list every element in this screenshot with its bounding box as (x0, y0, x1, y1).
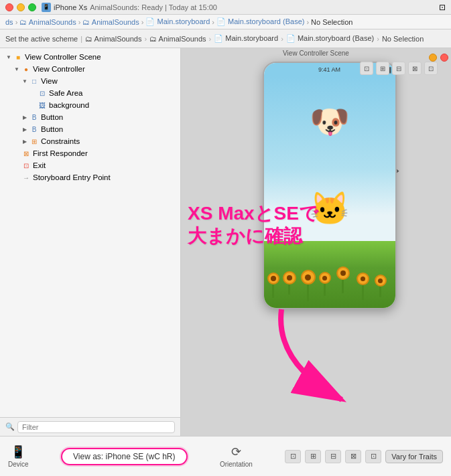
breadcrumb-no-selection: No Selection (311, 18, 352, 26)
tree-exit[interactable]: ▶ ⊡ Exit (0, 159, 180, 171)
scheme-name: iPhone Xs (54, 3, 87, 11)
fr-icon: ⊠ (21, 149, 31, 158)
toolbar-sep3: › (281, 35, 283, 43)
sunflower-head-2 (283, 271, 296, 285)
tree-storyboard-entry[interactable]: ▶ → Storyboard Entry Point (0, 171, 180, 183)
vary-for-traits-button[interactable]: Vary for Traits (385, 450, 443, 463)
storyboard-label: 📄 Main.storyboard (214, 34, 278, 43)
breadcrumb-animalsounds1[interactable]: 🗂 AnimalSounds (19, 18, 76, 26)
title-right-controls: ⊡ (439, 3, 446, 12)
no-selection-label: No Selection (382, 35, 424, 43)
canvas-ctrl-4[interactable]: ⊠ (345, 450, 361, 463)
sunflower-stem-6 (362, 285, 364, 300)
tree-constraints[interactable]: ▶ ⊞ Constraints (0, 135, 180, 147)
background-label: background (49, 101, 89, 109)
sunflower-stem-2 (288, 285, 290, 295)
canvas-btn-red[interactable] (440, 54, 448, 62)
iphone-mockup: 9:41 AM ▓ 🐶 🐱 (263, 62, 397, 309)
tree-safe-area[interactable]: ▶ ⊡ Safe Area (0, 87, 180, 99)
orientation-selector: ⟳ Orientation (220, 445, 253, 468)
expand-arrow: ▼ (5, 54, 12, 60)
scheme-selector[interactable]: Set the active scheme (5, 35, 78, 43)
scheme-icon: 📱 (42, 3, 51, 12)
orientation-label: Orientation (220, 461, 253, 468)
sunflower-center-7 (378, 279, 383, 283)
sunflower-head-5 (336, 266, 350, 280)
device-selector: 📱 Device (8, 445, 29, 468)
title-text: 📱 iPhone Xs AnimalSounds: Ready | Today … (42, 3, 217, 12)
breadcrumb-main-base[interactable]: 📄 Main.storyboard (Base) (216, 17, 304, 26)
sunflower-4 (319, 272, 331, 296)
sunflower-head-7 (375, 274, 387, 287)
close-button[interactable] (5, 3, 13, 11)
expand-arrow-view: ▼ (21, 78, 28, 84)
tree-view[interactable]: ▼ □ View (0, 75, 180, 87)
sunflower-center-6 (361, 276, 365, 281)
canvas-ctrl-2[interactable]: ⊞ (305, 450, 321, 463)
snap-btn[interactable]: ⊡ (424, 62, 438, 75)
entry-label: Storyboard Entry Point (33, 173, 111, 181)
toolbar-sep2: › (209, 35, 212, 43)
sunflower-head-4 (319, 272, 331, 284)
sunflower-7 (375, 274, 387, 297)
constraints-icon: ⊞ (29, 137, 39, 146)
sidebar-tree: ▼ ■ View Controller Scene ▼ ● View Contr… (0, 48, 180, 186)
sunflower-center-1 (271, 276, 276, 281)
tree-first-responder[interactable]: ▶ ⊠ First Responder (0, 147, 180, 159)
sunflower-stem-1 (272, 285, 274, 298)
btn2-icon: B (29, 125, 39, 134)
tree-button-1[interactable]: ▶ B Button (0, 111, 180, 123)
scene-label-text: View Controller Scene (25, 53, 101, 61)
zoom-out-btn[interactable]: ⊟ (392, 62, 405, 75)
filter-input[interactable] (17, 421, 175, 433)
canvas-ctrl-3[interactable]: ⊟ (325, 450, 341, 463)
zoom-fit-btn[interactable]: ⊡ (360, 62, 373, 75)
tree-background[interactable]: ▶ 🖼 background (0, 99, 180, 111)
tree-view-controller[interactable]: ▼ ● View Controller (0, 63, 180, 75)
exit-label: Exit (33, 161, 46, 169)
maximize-button[interactable] (28, 3, 36, 11)
sunflower-5 (336, 266, 350, 293)
sunflower-3 (301, 270, 316, 301)
constraints-arrow: ▶ (21, 138, 28, 145)
window-controls: ⊡ (439, 3, 446, 12)
sunflower-stem-3 (307, 285, 309, 301)
view-icon: □ (29, 76, 39, 86)
breadcrumb-animalsounds2[interactable]: 🗂 AnimalSounds (82, 18, 139, 26)
canvas-area: View Controller Scene → 9:41 AM ▓ 🐶 🐱 (181, 48, 451, 436)
minimize-button[interactable] (17, 3, 25, 11)
breadcrumb: ds › 🗂 AnimalSounds › 🗂 AnimalSounds › 📄… (0, 15, 451, 29)
status-time: 9:41 AM (318, 66, 340, 73)
tree-view-controller-scene[interactable]: ▼ ■ View Controller Scene (0, 51, 180, 63)
expand-arrow-vc: ▼ (13, 66, 20, 72)
storyboard-base-label: 📄 Main.storyboard (Base) (286, 34, 374, 43)
breadcrumb-ds[interactable]: ds (5, 18, 13, 26)
sunflower-6 (357, 272, 369, 300)
grid-btn[interactable]: ⊠ (408, 62, 422, 75)
bottom-bar: 📱 Device View as: iPhone SE (wC hR) ⟳ Or… (0, 436, 451, 476)
view-as-button[interactable]: View as: iPhone SE (wC hR) (61, 448, 188, 465)
canvas-btn-orange[interactable] (429, 54, 437, 62)
sunflower-head-3 (301, 270, 316, 285)
sunflower-2 (283, 271, 296, 295)
btn1-icon: B (29, 112, 39, 122)
main-layout: ▼ ■ View Controller Scene ▼ ● View Contr… (0, 48, 451, 436)
device-icon[interactable]: 📱 (11, 445, 25, 459)
zoom-in-btn[interactable]: ⊞ (376, 62, 389, 75)
btn2-arrow: ▶ (21, 126, 28, 133)
toolbar-sep: › (144, 35, 147, 43)
canvas-scene-label: View Controller Scene (283, 50, 349, 57)
canvas-ctrl-1[interactable]: ⊡ (285, 450, 301, 463)
sunflower-stem-5 (342, 280, 344, 293)
iphone-screen: 🐶 🐱 (264, 76, 395, 308)
scene-icon: ■ (13, 52, 23, 62)
tree-button-2[interactable]: ▶ B Button (0, 123, 180, 135)
canvas-ctrl-5[interactable]: ⊡ (365, 450, 381, 463)
orientation-icon[interactable]: ⟳ (231, 445, 241, 459)
filter-bar: 🔍 (0, 417, 181, 436)
toolbar: Set the active scheme | 🗂 AnimalSounds ›… (0, 29, 451, 48)
sidebar: ▼ ■ View Controller Scene ▼ ● View Contr… (0, 48, 181, 436)
build-status: AnimalSounds: Ready | Today at 15:00 (90, 3, 217, 11)
breadcrumb-main-storyboard[interactable]: 📄 Main.storyboard (145, 17, 210, 26)
traffic-lights (5, 3, 36, 11)
